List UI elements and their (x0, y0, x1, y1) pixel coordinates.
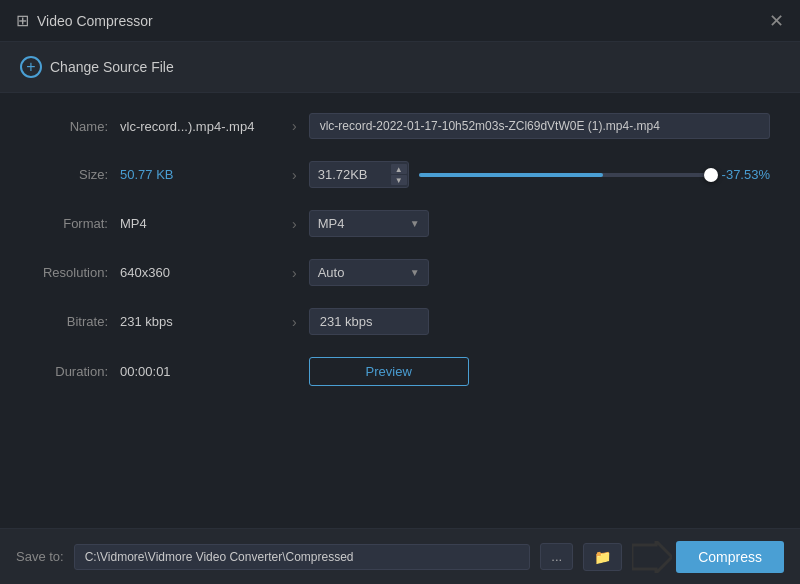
size-source-value: 50.77 KB (120, 167, 280, 182)
duration-label: Duration: (30, 364, 120, 379)
main-content: Name: vlc-record...).mp4-.mp4 › vlc-reco… (0, 93, 800, 428)
resolution-target-container: Auto ▼ (309, 259, 770, 286)
duration-target-container: Preview (309, 357, 770, 386)
format-arrow-icon: › (292, 216, 297, 232)
resolution-select-value: Auto (318, 265, 345, 280)
duration-row: Duration: 00:00:01 › Preview (30, 357, 770, 386)
slider-fill (419, 173, 604, 177)
title-bar-left: ⊞ Video Compressor (16, 11, 153, 30)
size-spinner: ▲ ▼ (391, 164, 407, 185)
size-arrow-icon: › (292, 167, 297, 183)
resolution-label: Resolution: (30, 265, 120, 280)
format-label: Format: (30, 216, 120, 231)
change-source-label: Change Source File (50, 59, 174, 75)
bottom-bar: Save to: ... 📁 Compress (0, 528, 800, 584)
slider-thumb[interactable] (704, 168, 718, 182)
arrow-compress-container: Compress (632, 541, 784, 573)
toolbar: + Change Source File (0, 42, 800, 93)
size-up-button[interactable]: ▲ (391, 164, 407, 174)
format-source-value: MP4 (120, 216, 280, 231)
arrow-right-icon (632, 541, 672, 573)
resolution-source-value: 640x360 (120, 265, 280, 280)
browse-button[interactable]: ... (540, 543, 573, 570)
resolution-row: Resolution: 640x360 › Auto ▼ (30, 259, 770, 286)
format-select-value: MP4 (318, 216, 345, 231)
plus-circle-icon: + (20, 56, 42, 78)
app-icon: ⊞ (16, 11, 29, 30)
open-folder-button[interactable]: 📁 (583, 543, 622, 571)
compress-button[interactable]: Compress (676, 541, 784, 573)
close-button[interactable]: ✕ (769, 12, 784, 30)
app-title: Video Compressor (37, 13, 153, 29)
resolution-arrow-icon: › (292, 265, 297, 281)
bitrate-target-container (309, 308, 770, 335)
bitrate-arrow-icon: › (292, 314, 297, 330)
size-down-button[interactable]: ▼ (391, 175, 407, 185)
save-path-input[interactable] (74, 544, 531, 570)
bitrate-source-value: 231 kbps (120, 314, 280, 329)
size-target-container: ▲ ▼ -37.53% (309, 161, 770, 188)
name-arrow-icon: › (292, 118, 297, 134)
slider-track[interactable] (419, 173, 712, 177)
name-label: Name: (30, 119, 120, 134)
format-row: Format: MP4 › MP4 ▼ (30, 210, 770, 237)
bitrate-row: Bitrate: 231 kbps › (30, 308, 770, 335)
preview-button[interactable]: Preview (309, 357, 469, 386)
duration-source-value: 00:00:01 (120, 364, 280, 379)
slider-percent-label: -37.53% (722, 167, 770, 182)
change-source-button[interactable]: + Change Source File (20, 56, 174, 78)
bitrate-label: Bitrate: (30, 314, 120, 329)
chevron-down-icon-res: ▼ (410, 267, 420, 278)
svg-marker-0 (632, 541, 672, 573)
size-input-wrap: ▲ ▼ (309, 161, 409, 188)
name-target-field[interactable]: vlc-record-2022-01-17-10h52m03s-ZCl69dVt… (309, 113, 770, 139)
name-row: Name: vlc-record...).mp4-.mp4 › vlc-reco… (30, 113, 770, 139)
title-bar: ⊞ Video Compressor ✕ (0, 0, 800, 42)
size-label: Size: (30, 167, 120, 182)
chevron-down-icon: ▼ (410, 218, 420, 229)
resolution-select[interactable]: Auto ▼ (309, 259, 429, 286)
folder-icon: 📁 (594, 549, 611, 565)
name-source-value: vlc-record...).mp4-.mp4 (120, 119, 280, 134)
format-target-container: MP4 ▼ (309, 210, 770, 237)
bitrate-input[interactable] (309, 308, 429, 335)
size-row: Size: 50.77 KB › ▲ ▼ -37.53% (30, 161, 770, 188)
format-select[interactable]: MP4 ▼ (309, 210, 429, 237)
name-target-container: vlc-record-2022-01-17-10h52m03s-ZCl69dVt… (309, 113, 770, 139)
size-slider-container[interactable] (419, 173, 712, 177)
save-to-label: Save to: (16, 549, 64, 564)
